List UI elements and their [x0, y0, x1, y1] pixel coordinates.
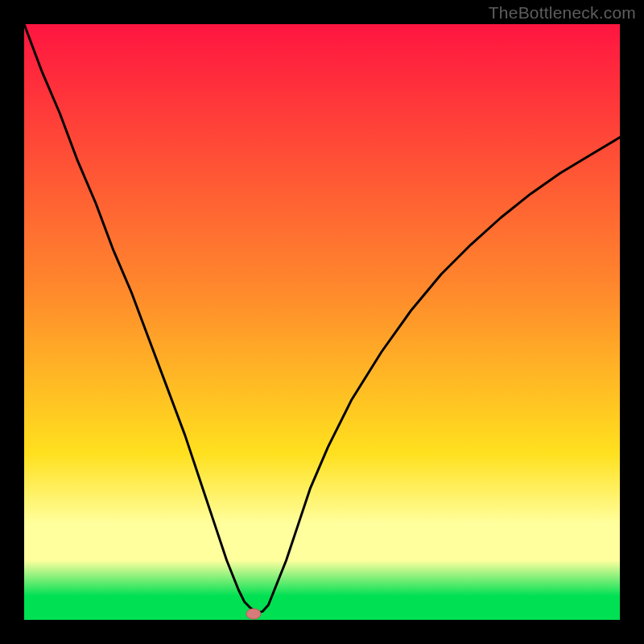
attribution-label: TheBottleneck.com [489, 3, 636, 23]
plot-area [24, 24, 620, 620]
optimal-marker [246, 609, 261, 619]
gradient-background [24, 24, 620, 620]
chart-frame: TheBottleneck.com [0, 0, 644, 644]
bottleneck-chart [24, 24, 620, 620]
